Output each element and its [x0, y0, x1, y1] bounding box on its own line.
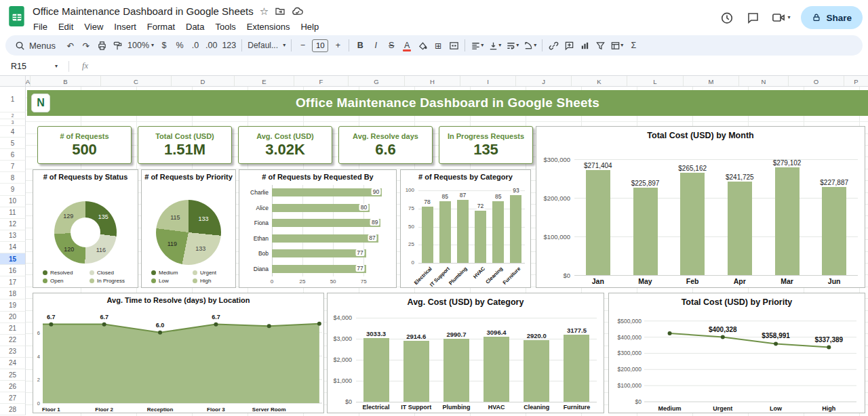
zoom-control[interactable]: 100%▾	[125, 37, 156, 54]
column-header-K[interactable]: K	[572, 76, 627, 87]
kpi-card-3[interactable]: Avg. Cost (USD)3.02K	[238, 126, 332, 164]
paint-format-button[interactable]	[110, 37, 125, 54]
row-header-17[interactable]: 17	[0, 276, 26, 288]
kpi-card-1[interactable]: # of Requests500	[37, 126, 132, 164]
row-header-25[interactable]: 25	[0, 369, 26, 381]
move-to-folder-icon[interactable]	[275, 5, 285, 16]
text-wrap-button[interactable]: ▾	[504, 37, 521, 54]
format-currency-button[interactable]: $	[157, 37, 172, 54]
row-header-24[interactable]: 24	[0, 358, 26, 369]
row-header-13[interactable]: 13	[0, 230, 26, 242]
row-header-3[interactable]: 3	[0, 119, 26, 126]
menu-insert[interactable]: Insert	[108, 20, 142, 33]
row-header-15[interactable]: 15	[0, 253, 26, 265]
row-header-9[interactable]: 9	[0, 184, 26, 195]
chart-panel-cost-by-category[interactable]: Avg. Cost (USD) by Category $0$1,000$2,0…	[327, 293, 604, 413]
undo-button[interactable]: ↶	[63, 37, 78, 54]
column-header-D[interactable]: D	[172, 76, 235, 87]
row-header-23[interactable]: 23	[0, 346, 26, 358]
insert-chart-button[interactable]	[577, 37, 592, 54]
menu-file[interactable]: File	[28, 20, 53, 33]
menu-edit[interactable]: Edit	[53, 20, 79, 33]
merge-cells-button[interactable]	[446, 37, 461, 54]
row-header-4[interactable]: 4	[0, 126, 26, 138]
row-header-5[interactable]: 5	[0, 138, 26, 149]
row-header-14[interactable]: 14	[0, 242, 26, 253]
menu-data[interactable]: Data	[180, 20, 210, 33]
row-header-28[interactable]: 28	[0, 404, 26, 415]
create-filter-button[interactable]	[593, 37, 608, 54]
spreadsheet-grid[interactable]: N Office Maintenance Dashboard in Google…	[26, 87, 868, 416]
menu-view[interactable]: View	[79, 20, 108, 33]
column-header-N[interactable]: N	[739, 76, 789, 87]
fill-color-button[interactable]	[415, 37, 430, 54]
row-header-1[interactable]: 1	[0, 87, 26, 112]
formula-input[interactable]	[95, 57, 868, 75]
column-header-O[interactable]: O	[789, 76, 844, 87]
google-sheets-logo[interactable]	[8, 5, 26, 27]
star-icon[interactable]: ☆	[260, 6, 269, 16]
text-color-button[interactable]: A	[399, 37, 414, 54]
table-views-button[interactable]: ▾	[608, 37, 625, 54]
column-header-J[interactable]: J	[516, 76, 572, 87]
column-header-M[interactable]: M	[684, 76, 739, 87]
text-rotation-button[interactable]: ▾	[521, 37, 538, 54]
chart-panel-resolve-by-location[interactable]: Avg. Time to Resolve (days) by Location …	[33, 293, 324, 413]
font-size-input[interactable]: 10	[312, 39, 328, 52]
column-header-H[interactable]: H	[405, 76, 460, 87]
chevron-down-icon[interactable]: ▾	[787, 15, 790, 20]
insert-comment-button[interactable]	[561, 37, 576, 54]
redo-button[interactable]: ↷	[79, 37, 94, 54]
column-header-F[interactable]: F	[294, 76, 349, 87]
chart-panel-requests-by-category[interactable]: # of Requests by Category 025507510078El…	[400, 169, 531, 288]
chart-panel-requests-by-requested-by[interactable]: # of Requests by Requested By 0255075Cha…	[239, 169, 397, 288]
row-header-20[interactable]: 20	[0, 312, 26, 323]
column-header-G[interactable]: G	[349, 76, 405, 87]
comments-icon[interactable]	[745, 10, 760, 25]
menu-tools[interactable]: Tools	[210, 20, 241, 33]
increase-decimal-button[interactable]: .00	[203, 37, 219, 54]
insert-link-button[interactable]	[546, 37, 561, 54]
row-header-2[interactable]: 2	[0, 112, 26, 119]
column-header-E[interactable]: E	[235, 76, 294, 87]
italic-button[interactable]: I	[368, 37, 383, 54]
row-header-8[interactable]: 8	[0, 172, 26, 184]
row-header-18[interactable]: 18	[0, 288, 26, 299]
strikethrough-button[interactable]: S	[384, 37, 399, 54]
column-header-C[interactable]: C	[101, 76, 172, 87]
select-all-corner[interactable]	[0, 76, 26, 87]
row-header-10[interactable]: 10	[0, 196, 26, 207]
row-header-6[interactable]: 6	[0, 149, 26, 161]
bold-button[interactable]: B	[353, 37, 368, 54]
version-history-icon[interactable]	[719, 10, 734, 25]
meet-call-control[interactable]: ▾	[771, 10, 790, 25]
row-header-27[interactable]: 27	[0, 392, 26, 404]
column-header-B[interactable]: B	[31, 76, 101, 87]
decrease-font-size-button[interactable]: −	[295, 37, 310, 54]
share-button[interactable]: Share	[801, 6, 863, 29]
vertical-align-button[interactable]: ▾	[486, 37, 503, 54]
horizontal-align-button[interactable]: ▾	[469, 37, 486, 54]
kpi-card-2[interactable]: Total Cost (USD)1.51M	[138, 126, 232, 164]
row-header-21[interactable]: 21	[0, 323, 26, 335]
column-header-I[interactable]: I	[460, 76, 516, 87]
row-header-26[interactable]: 26	[0, 381, 26, 392]
document-title[interactable]: Office Maintenance Dashboard in Google S…	[33, 5, 254, 17]
more-formats-button[interactable]: 123	[220, 37, 238, 54]
format-percent-button[interactable]: %	[172, 37, 187, 54]
menus-button[interactable]: Menus	[11, 37, 62, 54]
column-header-P[interactable]: P	[844, 76, 868, 87]
row-header-16[interactable]: 16	[0, 265, 26, 276]
chart-panel-cost-by-priority[interactable]: Total Cost (USD) by Priority $0$100,000$…	[608, 293, 865, 413]
video-camera-icon[interactable]	[771, 10, 786, 25]
row-header-11[interactable]: 11	[0, 207, 26, 219]
chart-panel-cost-by-month[interactable]: Total Cost (USD) by Month $0$100,000$200…	[536, 126, 865, 288]
chart-panel-requests-by-status[interactable]: # of Requests by Status 135116120129 Res…	[33, 169, 138, 288]
cell-name-box[interactable]: R15 ▾	[3, 62, 62, 71]
column-header-L[interactable]: L	[627, 76, 684, 87]
functions-button[interactable]: Σ	[626, 37, 641, 54]
decrease-decimal-button[interactable]: .0	[188, 37, 203, 54]
font-family-select[interactable]: Defaul...▾	[245, 37, 288, 54]
print-button[interactable]	[94, 37, 109, 54]
kpi-card-4[interactable]: Avg. Resolve days6.6	[338, 126, 433, 164]
